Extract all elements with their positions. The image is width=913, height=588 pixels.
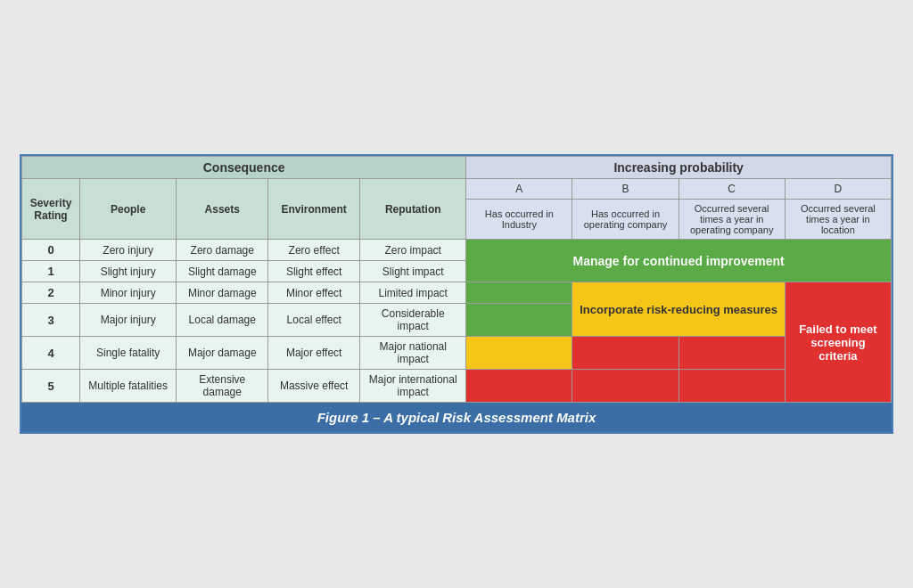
probability-header: Increasing probability [466, 157, 892, 179]
rep-5: Major international impact [360, 370, 466, 403]
r3-a [466, 304, 572, 337]
env-3: Local effect [268, 304, 360, 337]
r5-b [572, 370, 679, 403]
rep-2: Limited impact [360, 282, 466, 304]
table-row: 4 Single fatality Major damage Major eff… [22, 337, 892, 370]
yellow-zone-label: Incorporate risk-reducing measures [572, 282, 785, 337]
env-2: Minor effect [268, 282, 360, 304]
people-0: Zero injury [80, 240, 177, 261]
severity-rating-header: Severity Rating [22, 179, 80, 240]
reputation-header: Reputation [360, 179, 466, 240]
risk-matrix-table: Consequence Increasing probability Sever… [21, 156, 892, 403]
prob-col-b-desc: Has occurred in operating company [572, 200, 679, 240]
r4-b [572, 337, 679, 370]
figure-caption: Figure 1 – A typical Risk Assessment Mat… [21, 403, 892, 432]
rep-3: Considerable impact [360, 304, 466, 337]
environment-header: Environment [268, 179, 360, 240]
prob-col-a-label: A [466, 179, 572, 200]
severity-0: 0 [22, 240, 80, 261]
r4-a [466, 337, 572, 370]
prob-col-c-label: C [679, 179, 785, 200]
red-zone-label: Failed to meet screening criteria [785, 282, 891, 403]
prob-col-d-label: D [785, 179, 891, 200]
assets-2: Minor damage [177, 282, 268, 304]
people-2: Minor injury [80, 282, 177, 304]
green-zone-label: Manage for continued improvement [466, 240, 892, 282]
rep-4: Major national impact [360, 337, 466, 370]
prob-col-c-desc: Occurred several times a year in operati… [679, 200, 785, 240]
consequence-header: Consequence [22, 157, 466, 179]
people-4: Single fatality [80, 337, 177, 370]
severity-1: 1 [22, 261, 80, 282]
assets-3: Local damage [177, 304, 268, 337]
severity-4: 4 [22, 337, 80, 370]
risk-matrix-wrapper: Consequence Increasing probability Sever… [20, 154, 893, 434]
env-5: Massive effect [268, 370, 360, 403]
prob-col-b-label: B [572, 179, 679, 200]
env-0: Zero effect [268, 240, 360, 261]
r2-a [466, 282, 572, 304]
assets-5: Extensive damage [177, 370, 268, 403]
env-4: Major effect [268, 337, 360, 370]
assets-1: Slight damage [177, 261, 268, 282]
people-header: People [80, 179, 177, 240]
r4-c [679, 337, 785, 370]
r5-c [679, 370, 785, 403]
people-3: Major injury [80, 304, 177, 337]
rep-1: Slight impact [360, 261, 466, 282]
assets-4: Major damage [177, 337, 268, 370]
prob-col-d-desc: Occurred several times a year in locatio… [785, 200, 891, 240]
table-row: 5 Multiple fatalities Extensive damage M… [22, 370, 892, 403]
people-5: Multiple fatalities [80, 370, 177, 403]
assets-header: Assets [177, 179, 268, 240]
severity-2: 2 [22, 282, 80, 304]
prob-col-a-desc: Has occurred in Industry [466, 200, 572, 240]
severity-5: 5 [22, 370, 80, 403]
rep-0: Zero impact [360, 240, 466, 261]
assets-0: Zero damage [177, 240, 268, 261]
env-1: Slight effect [268, 261, 360, 282]
severity-3: 3 [22, 304, 80, 337]
people-1: Slight injury [80, 261, 177, 282]
table-row: 2 Minor injury Minor damage Minor effect… [22, 282, 892, 304]
r5-a [466, 370, 572, 403]
table-row: 0 Zero injury Zero damage Zero effect Ze… [22, 240, 892, 261]
